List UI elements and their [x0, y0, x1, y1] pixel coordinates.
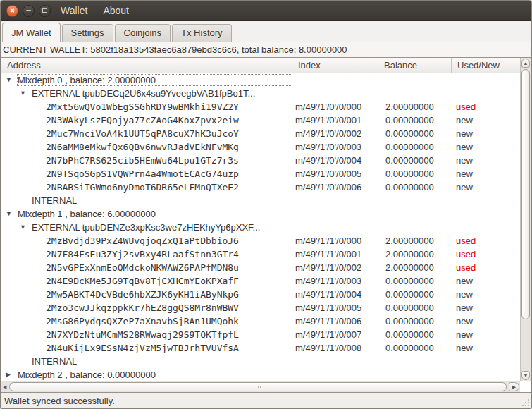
index-cell: m/49'/1'/1'/0/006 [292, 316, 378, 326]
address-text: 2N9TSqoSGpS1VQWPrn4a4WmotECAcG74uzp [46, 169, 239, 179]
vertical-scrollbar[interactable]: ▲ ▼ [520, 58, 531, 381]
menu-about[interactable]: About [97, 3, 135, 18]
tab-jm-wallet[interactable]: JM Wallet [2, 23, 61, 42]
address-text: 2N7bPhC7RS625cib5HEmWu64Lpu1GTz7r3s [46, 155, 239, 166]
index-cell: m/49'/1'/0'/0/006 [292, 182, 378, 193]
collapse-arrow-icon[interactable]: ▶ [5, 369, 17, 381]
column-header-index[interactable]: Index [292, 58, 378, 73]
titlebar: Wallet About [1, 1, 531, 21]
tree-header: Address Index Balance Used/New [1, 58, 531, 73]
index-cell: m/49'/1'/1'/0/001 [292, 249, 378, 260]
address-text: 2Muc7WnciVoA4k1UUT5qPA8cuX7hK3uJcoY [46, 128, 239, 139]
menu-wallet[interactable]: Wallet [55, 3, 93, 18]
scroll-down-icon[interactable]: ▼ [521, 371, 530, 380]
address-text: 2N7F84FsEu3ZYj2svBxy4RLaafStnn3GTr4 [46, 249, 239, 260]
vertical-scrollbar-thumb[interactable] [521, 69, 530, 319]
wallet-tree: Address Index Balance Used/New ▼Mixdepth… [1, 57, 531, 393]
resize-grip[interactable] [522, 399, 529, 406]
minimize-icon[interactable] [23, 5, 35, 17]
tree-row[interactable]: 2MsG86PydgsQXZeP7aXnavbSjRAn1UMQohkm/49'… [1, 315, 520, 328]
horizontal-scrollbar-thumb[interactable] [9, 382, 507, 391]
balance-cell: 0.00000000 [378, 289, 452, 300]
horizontal-scrollbar[interactable]: ◀ ▶ [1, 381, 520, 392]
scroll-left-icon[interactable]: ◀ [3, 383, 6, 391]
tree-row[interactable]: 2MzBvdjd39PxZ4WUvqjoqZxQ1aPtDbbioJ6m/49'… [1, 234, 520, 248]
balance-cell: 0.00000000 [378, 182, 452, 193]
tree-row[interactable]: INTERNAL [1, 194, 520, 207]
column-header-balance[interactable]: Balance [378, 58, 452, 73]
index-cell: m/49'/1'/0'/0/004 [292, 155, 378, 166]
address-cell: INTERNAL [1, 355, 292, 367]
status-bar: Wallet synced successfully. [1, 393, 531, 408]
tree-row[interactable]: 2Mzo3cwJJkqzppkKr7hEZ8ggQS8Mr8nWBWVm/49'… [1, 301, 520, 315]
address-text: 2MsG86PydgsQXZeP7aXnavbSjRAn1UMQohk [46, 316, 239, 326]
used-new-cell: new [452, 115, 520, 126]
balance-cell: 2.00000000 [378, 236, 452, 246]
index-cell: m/49'/1'/0'/0/003 [292, 142, 378, 152]
tree-row[interactable]: 2N7F84FsEu3ZYj2svBxy4RLaafStnn3GTr4m/49'… [1, 248, 520, 261]
address-cell: 2N6aMM8eMkwfQx6QBv6nwvRJadVEkNFvMKg [1, 141, 292, 153]
used-new-cell: new [452, 128, 520, 139]
tab-tx-history[interactable]: Tx History [172, 24, 232, 42]
index-cell: m/49'/1'/1'/0/003 [292, 276, 378, 286]
tree-row[interactable]: 2NBABSiTGWmo6nyDmoT6DR65eLFMnQTXeE2m/49'… [1, 181, 520, 194]
tree-row[interactable]: 2N6aMM8eMkwfQx6QBv6nwvRJadVEkNFvMKgm/49'… [1, 140, 520, 154]
tree-row[interactable]: ▼EXTERNAL tpubDECq2U6x4su9YveegbVAB1fpBo… [1, 87, 520, 100]
tree-row[interactable]: 2N9TSqoSGpS1VQWPrn4a4WmotECAcG74uzpm/49'… [1, 167, 520, 181]
tree-row[interactable]: 2N3WAkyLszEQojya77cZAoG4KoxZpvx2eiwm/49'… [1, 114, 520, 127]
used-new-cell: new [452, 155, 520, 166]
index-cell: m/49'/1'/1'/0/000 [292, 236, 378, 246]
tree-row[interactable]: 2N5vGPExXnmEoQMdckoNKWAWZ6PAPfMDN8um/49'… [1, 261, 520, 274]
index-cell: m/49'/1'/1'/0/002 [292, 262, 378, 273]
balance-cell: 0.00000000 [378, 155, 452, 166]
used-new-cell: new [452, 316, 520, 326]
address-text: 2N4uKijLx9ESsN4zjVzM5jwTBJrhTVUVfsA [46, 343, 239, 353]
maximize-icon[interactable] [39, 5, 51, 17]
tree-row[interactable]: ▼Mixdepth 0 , balance: 2.00000000 [1, 73, 520, 87]
address-text: 2MzBvdjd39PxZ4WUvqjoqZxQ1aPtDbbioJ6 [46, 236, 239, 246]
index-cell: m/49'/1'/1'/0/007 [292, 329, 378, 340]
tree-row[interactable]: 2N4E9DcKMe5JG9TqBv8TjCXHCmYEoKPXafFm/49'… [1, 274, 520, 288]
used-new-cell: new [452, 276, 520, 286]
index-cell: m/49'/1'/0'/0/002 [292, 128, 378, 139]
address-cell: INTERNAL [1, 195, 292, 207]
address-cell: ▼EXTERNAL tpubDENZe3xpKsc3we7zHEKhyYp6pX… [1, 221, 292, 233]
address-cell: 2NBABSiTGWmo6nyDmoT6DR65eLFMnQTXeE2 [1, 181, 292, 193]
address-cell: 2N4uKijLx9ESsN4zjVzM5jwTBJrhTVUVfsA [1, 342, 292, 354]
tab-settings[interactable]: Settings [62, 24, 113, 42]
tab-coinjoins[interactable]: Coinjoins [115, 24, 171, 42]
tree-row[interactable]: 2Muc7WnciVoA4k1UUT5qPA8cuX7hK3uJcoYm/49'… [1, 127, 520, 140]
index-cell: m/49'/1'/0'/0/005 [292, 169, 378, 179]
address-cell: 2N7bPhC7RS625cib5HEmWu64Lpu1GTz7r3s [1, 154, 292, 166]
scroll-right-icon[interactable]: ▶ [509, 382, 519, 391]
row-label: Mixdepth 2 , balance: 0.00000000 [18, 370, 156, 380]
close-icon[interactable] [6, 5, 18, 17]
address-cell: 2Muc7WnciVoA4k1UUT5qPA8cuX7hK3uJcoY [1, 128, 292, 140]
index-cell: m/49'/1'/1'/0/008 [292, 343, 378, 353]
scroll-up-icon[interactable]: ▲ [521, 59, 530, 68]
tree-row[interactable]: 2N4uKijLx9ESsN4zjVzM5jwTBJrhTVUVfsAm/49'… [1, 341, 520, 355]
balance-cell: 0.00000000 [378, 128, 452, 139]
balance-cell: 0.00000000 [378, 303, 452, 313]
tree-row[interactable]: ▼Mixdepth 1 , balance: 6.00000000 [1, 207, 520, 221]
column-header-address[interactable]: Address [1, 58, 292, 73]
expand-arrow-icon[interactable]: ▼ [19, 221, 31, 233]
tree-row[interactable]: 2N7XYDzNtuMCmMS28RWwaqj29S9TQKTfpfLm/49'… [1, 328, 520, 341]
row-label: Mixdepth 0 , balance: 2.00000000 [18, 75, 156, 85]
tree-row[interactable]: ▶Mixdepth 2 , balance: 0.00000000 [1, 368, 520, 381]
balance-cell: 0.00000000 [378, 316, 452, 326]
address-text: 2N4E9DcKMe5JG9TqBv8TjCXHCmYEoKPXafF [46, 276, 239, 286]
tree-row[interactable]: 2Mxt56wQVo1WbEgSSGhRDY9wBMkhi19VZ2Ym/49'… [1, 100, 520, 114]
tree-row[interactable]: 2N7bPhC7RS625cib5HEmWu64Lpu1GTz7r3sm/49'… [1, 154, 520, 167]
tree-row[interactable]: 2Mw5ABKT4DcVBde6hbXZJK6yKH1iAByNkpGm/49'… [1, 288, 520, 301]
expand-arrow-icon[interactable]: ▼ [19, 87, 31, 99]
address-text: 2N7XYDzNtuMCmMS28RWwaqj29S9TQKTfpfL [46, 329, 239, 340]
expand-arrow-icon[interactable]: ▼ [5, 74, 17, 86]
expand-arrow-icon[interactable]: ▼ [5, 208, 17, 220]
column-header-used-new[interactable]: Used/New [452, 58, 531, 73]
tree-row[interactable]: INTERNAL [1, 355, 520, 368]
used-new-cell: new [452, 142, 520, 152]
address-text: 2NBABSiTGWmo6nyDmoT6DR65eLFMnQTXeE2 [46, 182, 239, 193]
address-cell: 2Mxt56wQVo1WbEgSSGhRDY9wBMkhi19VZ2Y [1, 101, 292, 113]
tree-row[interactable]: ▼EXTERNAL tpubDENZe3xpKsc3we7zHEKhyYp6pX… [1, 221, 520, 234]
